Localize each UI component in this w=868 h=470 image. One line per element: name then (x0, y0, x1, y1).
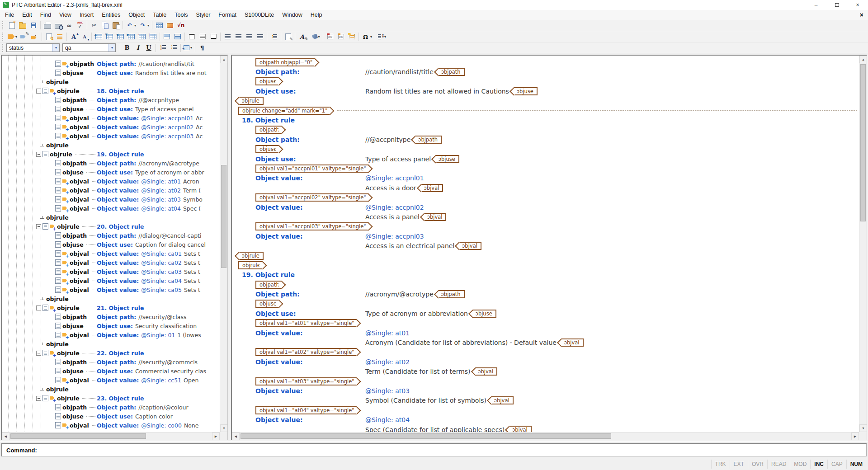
tree-row[interactable]: objvalObject value:@Single: ca04Sets t (2, 276, 220, 285)
toolbar-grip[interactable] (2, 21, 4, 29)
close-tag-pill[interactable]: objuse (472, 310, 496, 318)
insert-equation-button[interactable]: √n (175, 20, 186, 30)
numbered-list-button[interactable] (157, 43, 168, 53)
tag-template-button[interactable] (346, 32, 357, 42)
doc-row[interactable]: Object use:Type of access panelobjuse (232, 154, 859, 164)
doc-row[interactable]: Spec (Candidate for list of applicable s… (232, 425, 859, 432)
menu-tools[interactable]: Tools (170, 10, 192, 19)
doc-row[interactable]: objrule change="add" mark="1" (232, 106, 859, 115)
doc-row[interactable]: objuse (232, 145, 859, 154)
doc-row[interactable]: objval val1="at02" valtype="single" (232, 348, 859, 357)
tree-expander-icon[interactable] (36, 224, 41, 229)
save-document-button[interactable] (28, 20, 39, 30)
align-justify-button[interactable] (255, 32, 265, 42)
rule-middle-button[interactable] (197, 32, 208, 42)
split-cell-top-button[interactable] (161, 32, 172, 42)
menu-view[interactable]: View (55, 10, 75, 19)
insert-row-below-button[interactable]: ▼ (104, 32, 115, 42)
tree-hscroll-thumb[interactable] (10, 433, 146, 439)
chevron-down-icon[interactable]: ▾ (147, 24, 149, 28)
doc-row[interactable]: objuse (232, 77, 859, 86)
open-tag-pill[interactable]: objuse (255, 300, 279, 308)
doc-vscroll-thumb[interactable] (860, 64, 866, 221)
doc-row[interactable]: 19. Object rule (232, 270, 859, 280)
tree-row[interactable]: objuseObject use:Security classification (2, 321, 220, 330)
doc-row[interactable]: Access is an electrical panelobjval (232, 241, 859, 250)
doc-row[interactable]: Access is a doorobjval (232, 183, 859, 193)
line-spacing-button[interactable]: ▾ (377, 32, 387, 42)
open-tag-pill[interactable]: objval val1="accpnl03" valtype="single" (255, 222, 369, 230)
cut-button[interactable]: ✂ (89, 20, 99, 30)
minimize-button[interactable]: – (806, 0, 826, 10)
rule-below-button[interactable] (208, 32, 219, 42)
doc-row[interactable]: objval val1="at01" valtype="single" (232, 319, 859, 328)
font-larger-button[interactable]: A (68, 32, 79, 42)
scroll-left-icon[interactable]: ◀ (2, 432, 9, 440)
tree-row[interactable]: objvalObject value:@Single: at01Acron (2, 177, 220, 186)
open-tag-pill[interactable]: objuse (255, 145, 279, 153)
tree-expander-icon[interactable] (36, 152, 41, 157)
tree-row[interactable]: objrule (2, 77, 220, 86)
print-preview-button[interactable] (53, 20, 64, 30)
tree-row[interactable]: objrule22. Object rule (2, 348, 220, 357)
close-tag-pill[interactable]: objrule (239, 97, 264, 105)
open-tag-pill[interactable]: objval val1="at04" valtype="single" (255, 406, 357, 414)
tree-row[interactable]: objpathObject path://dialog/@cancel-capt… (2, 231, 220, 240)
close-tag-pill[interactable]: objrule (239, 252, 264, 260)
menu-find[interactable]: Find (36, 10, 55, 19)
underline-button[interactable]: U (143, 43, 154, 53)
tree-row[interactable]: objvalObject value:@Single: ca01Sets t (2, 249, 220, 258)
new-document-button[interactable] (6, 20, 17, 30)
close-tag-pill[interactable]: objval (459, 242, 481, 250)
tree-expander-icon[interactable] (36, 351, 41, 356)
menu-help[interactable]: Help (307, 10, 326, 19)
tree-row[interactable]: objrule (2, 294, 220, 303)
maximize-button[interactable] (826, 0, 847, 10)
doc-row[interactable]: Object value:@Single: at04 (232, 415, 859, 424)
open-tag-pill[interactable]: objval val1="at01" valtype="single" (255, 319, 357, 327)
close-tag-pill[interactable]: objpath (438, 68, 465, 76)
tree-row[interactable]: objvalObject value:@Single: co00None (2, 421, 220, 430)
tree-row[interactable]: objpathObject path://security/@class (2, 312, 220, 321)
doc-row[interactable]: Object value:@Single: at03 (232, 386, 859, 395)
doc-row[interactable]: Object path://@accpnltypeobjpath (232, 135, 859, 144)
insert-symbol-button[interactable]: Ω▾ (360, 32, 373, 42)
doc-row[interactable]: Object use:Random list titles are not al… (232, 86, 859, 96)
bullet-list-button[interactable] (168, 43, 179, 53)
open-tag-pill[interactable]: objpath objappl="0" (255, 58, 315, 66)
tree-row[interactable]: objrule21. Object rule (2, 303, 220, 312)
chevron-down-icon[interactable]: ▾ (15, 35, 17, 39)
doc-horizontal-scrollbar[interactable]: ◀ ▶ (232, 432, 859, 440)
close-button[interactable]: × (847, 0, 868, 10)
tree-row[interactable]: objuseObject use:Random list titles are … (2, 68, 220, 77)
doc-row[interactable]: Object value:@Single: accpnl02 (232, 202, 859, 212)
tree-row[interactable]: objrule (2, 339, 220, 348)
doc-row[interactable]: objrule (232, 260, 859, 270)
font-properties-button[interactable]: A (297, 32, 307, 42)
scroll-right-icon[interactable]: ▶ (851, 432, 859, 440)
panel-splitter[interactable] (228, 55, 231, 440)
tree-row[interactable]: objrule23. Object rule (2, 394, 220, 403)
close-tag-pill[interactable]: objval (475, 367, 498, 376)
undo-button[interactable]: ↶▾ (124, 20, 137, 30)
bold-button[interactable]: B (122, 43, 132, 53)
open-tag-pill[interactable]: objval val1="accpnl01" valtype="single" (255, 164, 369, 173)
tree-row[interactable]: objuseObject use:Caption for dialog canc… (2, 240, 220, 249)
tag-list-button[interactable] (54, 32, 65, 42)
tree-row[interactable]: objuseObject use:Type of acronym or abbr (2, 168, 220, 177)
close-tag-pill[interactable]: objuse (514, 87, 538, 95)
doc-row[interactable]: objrule (232, 96, 859, 106)
close-tag-pill[interactable]: objval (424, 213, 447, 221)
align-right-button[interactable] (244, 32, 255, 42)
close-tag-pill[interactable]: objval (561, 338, 584, 347)
doc-row[interactable]: 18. Object rule (232, 115, 859, 125)
tree-row[interactable]: objrule (2, 141, 220, 150)
scroll-left-icon[interactable]: ◀ (232, 432, 240, 440)
rule-above-button[interactable] (186, 32, 197, 42)
tree-row[interactable]: objvalObject value:@Single: at04Spec ( (2, 204, 220, 213)
print-button[interactable] (42, 20, 53, 30)
delete-row-button[interactable]: – (137, 32, 147, 42)
tree-row[interactable]: objvalObject value:@Single: ca03Sets t (2, 267, 220, 276)
insert-row-above-button[interactable]: ▲ (93, 32, 104, 42)
doc-row[interactable]: Access is a panelobjval (232, 212, 859, 221)
